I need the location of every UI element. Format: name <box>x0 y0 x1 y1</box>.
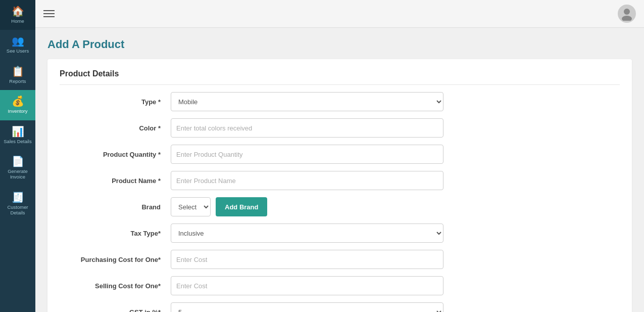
hamburger-menu[interactable] <box>43 10 55 17</box>
svg-point-0 <box>624 9 630 15</box>
brand-controls: Select Add Brand <box>171 197 267 216</box>
product-name-label: Product Name * <box>60 177 171 185</box>
sidebar-item-label: See Users <box>7 48 29 54</box>
page-title: Add A Product <box>47 38 632 51</box>
tax-type-row: Tax Type* Inclusive Exclusive <box>60 224 620 243</box>
type-label: Type * <box>60 98 171 106</box>
product-quantity-input[interactable] <box>171 145 443 164</box>
tax-type-select[interactable]: Inclusive Exclusive <box>171 224 443 243</box>
sales-icon: 📊 <box>12 126 24 137</box>
purchasing-cost-row: Purchasing Cost for One* <box>60 250 620 269</box>
sidebar-item-label: Home <box>11 18 24 24</box>
tax-type-label: Tax Type* <box>60 230 171 237</box>
purchasing-cost-label: Purchasing Cost for One* <box>60 256 171 263</box>
product-name-input[interactable] <box>171 171 443 190</box>
color-row: Color * <box>60 118 620 138</box>
product-quantity-row: Product Quantity * <box>60 145 620 164</box>
reports-icon: 📋 <box>12 66 24 76</box>
hamburger-line-2 <box>43 13 55 14</box>
inventory-icon: 💰 <box>12 96 24 106</box>
card-title: Product Details <box>60 69 620 85</box>
brand-row: Brand Select Add Brand <box>60 197 620 216</box>
purchasing-cost-input[interactable] <box>171 250 443 269</box>
sidebar-item-inventory[interactable]: 💰 Inventory <box>0 90 35 120</box>
avatar[interactable] <box>618 5 636 23</box>
sidebar-item-label: Sales Details <box>4 139 31 144</box>
main-area: Add A Product Product Details Type * Mob… <box>35 0 644 312</box>
product-name-row: Product Name * <box>60 171 620 190</box>
sidebar-item-reports[interactable]: 📋 Reports <box>0 60 35 90</box>
sidebar-item-label: Customer Details <box>2 204 33 216</box>
sidebar-item-label: Generate Invoice <box>2 168 33 180</box>
selling-cost-input[interactable] <box>171 276 443 295</box>
product-details-card: Product Details Type * Mobile Tablet Lap… <box>47 59 632 312</box>
invoice-icon: 📄 <box>12 156 24 166</box>
sidebar-item-label: Inventory <box>8 108 27 114</box>
brand-select[interactable]: Select <box>171 197 211 216</box>
gst-row: GST in %* 5 12 18 28 <box>60 302 620 312</box>
sidebar-item-see-users[interactable]: 👥 See Users <box>0 30 35 60</box>
sidebar-item-home[interactable]: 🏠 Home <box>0 0 35 30</box>
selling-cost-label: Selling Cost for One* <box>60 282 171 290</box>
type-row: Type * Mobile Tablet Laptop Accessory <box>60 92 620 111</box>
users-icon: 👥 <box>12 36 24 46</box>
hamburger-line-1 <box>43 10 55 11</box>
sidebar-item-sales-details[interactable]: 📊 Sales Details <box>0 120 35 150</box>
sidebar: 🏠 Home 👥 See Users 📋 Reports 💰 Inventory… <box>0 0 35 312</box>
customer-icon: 🧾 <box>12 192 24 202</box>
svg-point-1 <box>622 16 632 21</box>
sidebar-item-label: Reports <box>9 78 26 84</box>
sidebar-item-customer-details[interactable]: 🧾 Customer Details <box>0 186 35 222</box>
color-label: Color * <box>60 124 171 132</box>
color-input[interactable] <box>171 118 443 138</box>
avatar-icon <box>620 7 634 21</box>
gst-label: GST in %* <box>60 308 171 313</box>
gst-select[interactable]: 5 12 18 28 <box>171 302 443 312</box>
product-quantity-label: Product Quantity * <box>60 151 171 158</box>
home-icon: 🏠 <box>12 6 24 16</box>
selling-cost-row: Selling Cost for One* <box>60 276 620 295</box>
hamburger-line-3 <box>43 16 55 17</box>
add-brand-button[interactable]: Add Brand <box>216 197 267 216</box>
type-select[interactable]: Mobile Tablet Laptop Accessory <box>171 92 443 111</box>
sidebar-item-generate-invoice[interactable]: 📄 Generate Invoice <box>0 150 35 186</box>
topbar <box>35 0 644 28</box>
content-area: Add A Product Product Details Type * Mob… <box>35 28 644 312</box>
brand-label: Brand <box>60 203 171 211</box>
